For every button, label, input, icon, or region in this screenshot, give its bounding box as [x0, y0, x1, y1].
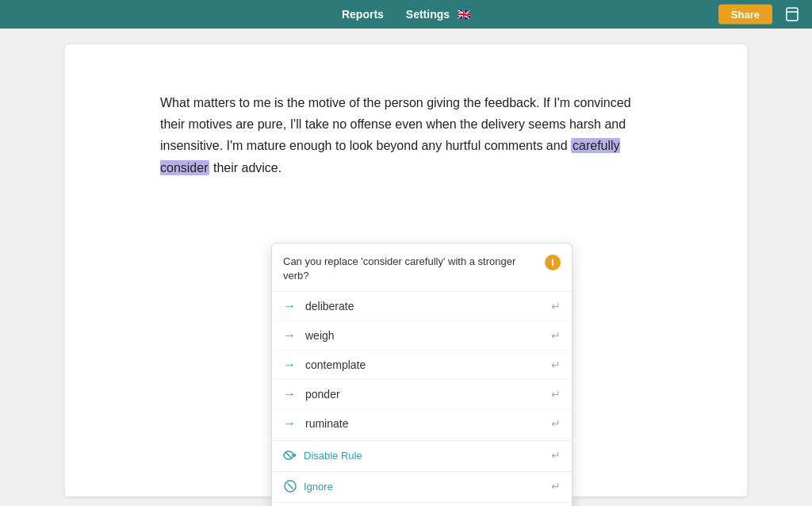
- suggestion-left: → weigh: [283, 328, 335, 343]
- action-replace-icon: ↵: [551, 449, 561, 462]
- suggestion-item[interactable]: → ruminate ↵: [272, 409, 572, 439]
- arrow-icon: →: [283, 358, 299, 372]
- suggestion-left: → ruminate: [283, 416, 348, 431]
- action-replace-icon: ↵: [551, 480, 561, 493]
- action-disable[interactable]: Disable Rule ↵: [272, 440, 572, 470]
- suggestion-word: ponder: [305, 388, 340, 401]
- suggestion-word: deliberate: [305, 300, 354, 312]
- flag-icon: 🇬🇧: [457, 8, 470, 21]
- replace-icon: ↵: [551, 417, 561, 430]
- text-after: their advice.: [209, 161, 282, 174]
- disable-icon: [283, 448, 297, 462]
- text-before: What matters to me is the motive of the …: [160, 96, 631, 152]
- bookmark-icon: [784, 7, 800, 21]
- svg-line-3: [285, 452, 292, 458]
- suggestion-item[interactable]: → contemplate ↵: [272, 351, 572, 380]
- replace-icon: ↵: [551, 300, 561, 312]
- ignore-icon: [283, 479, 297, 493]
- ignore-icon: [283, 479, 297, 493]
- action-thesaurus[interactable]: Thesaurus ↵: [272, 502, 572, 506]
- action-left: Disable Rule: [283, 448, 362, 462]
- settings-label: Settings: [406, 8, 450, 21]
- replace-icon: ↵: [551, 388, 561, 401]
- suggestion-item[interactable]: → weigh ↵: [272, 321, 572, 351]
- arrow-icon: →: [283, 299, 299, 313]
- popup-header: Can you replace 'consider carefully' wit…: [272, 243, 572, 292]
- nav-settings[interactable]: Settings 🇬🇧: [395, 0, 481, 29]
- action-label: Disable Rule: [304, 450, 362, 462]
- nav-extra-icon[interactable]: [783, 6, 801, 23]
- info-icon[interactable]: i: [545, 255, 561, 270]
- action-left: Ignore: [283, 479, 333, 493]
- suggestion-word: weigh: [305, 329, 335, 342]
- suggestion-item[interactable]: → deliberate ↵: [272, 292, 572, 321]
- nav-links: Reports Settings 🇬🇧: [331, 0, 481, 29]
- replace-icon: ↵: [551, 329, 561, 342]
- document-text: What matters to me is the motive of the …: [160, 92, 652, 178]
- popup-question: Can you replace 'consider carefully' wit…: [283, 255, 545, 283]
- suggestion-left: → deliberate: [283, 299, 354, 313]
- arrow-icon: →: [283, 387, 299, 401]
- svg-rect-0: [787, 8, 798, 21]
- nav-reports[interactable]: Reports: [331, 0, 395, 29]
- disable-rule-icon: [283, 450, 297, 461]
- action-ignore[interactable]: Ignore ↵: [272, 471, 572, 500]
- suggestion-popup: Can you replace 'consider carefully' wit…: [271, 243, 573, 506]
- suggestion-list: → deliberate ↵ → weigh ↵ → contemplate ↵…: [272, 292, 572, 506]
- svg-line-8: [288, 484, 293, 489]
- suggestion-left: → ponder: [283, 387, 340, 401]
- main-area: What matters to me is the motive of the …: [0, 29, 812, 506]
- document-panel: What matters to me is the motive of the …: [65, 44, 747, 496]
- suggestion-left: → contemplate: [283, 358, 366, 372]
- arrow-icon: →: [283, 328, 299, 343]
- action-label: Ignore: [304, 481, 333, 493]
- suggestion-word: contemplate: [305, 358, 366, 371]
- share-button[interactable]: Share: [718, 5, 772, 25]
- replace-icon: ↵: [551, 358, 561, 371]
- suggestion-word: ruminate: [305, 417, 348, 430]
- suggestion-item[interactable]: → ponder ↵: [272, 380, 572, 409]
- arrow-icon: →: [283, 416, 299, 431]
- top-navigation: Reports Settings 🇬🇧 Share: [0, 0, 812, 29]
